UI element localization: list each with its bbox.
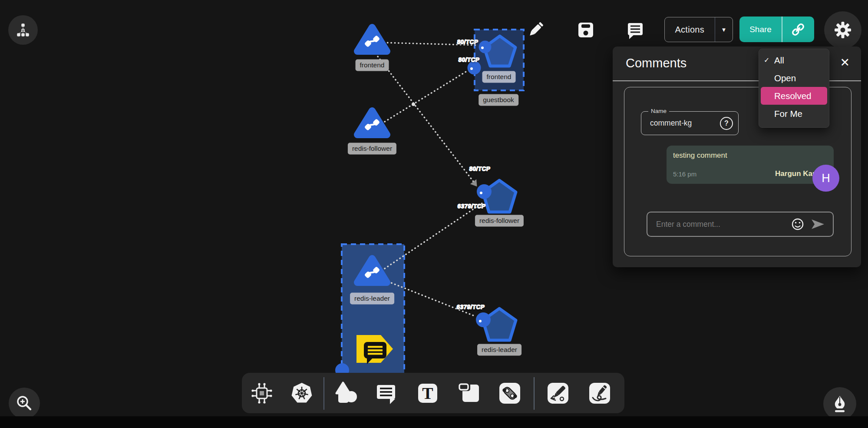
shapes-icon	[334, 381, 358, 405]
filter-option-for-me[interactable]: For Me	[759, 105, 829, 123]
port-circle[interactable]	[477, 184, 492, 199]
service-node-redis-follower[interactable]	[357, 111, 387, 135]
kubernetes-tool-button[interactable]	[290, 382, 314, 405]
node-label-guestbook-group[interactable]: guestbook	[479, 94, 518, 106]
send-icon[interactable]	[810, 218, 825, 231]
panel-title: Comments	[626, 56, 686, 70]
node-label-guestbook-pod[interactable]: frontend	[482, 71, 516, 83]
canvas-bottom-strip	[0, 416, 868, 428]
svg-text:T: T	[422, 384, 433, 402]
bottom-toolbar: T	[242, 373, 624, 413]
port-circle[interactable]	[479, 41, 492, 53]
node-label-redis-follower-service[interactable]: redis-follower	[348, 143, 396, 155]
comment-item[interactable]: testing comment 5:16 pm Hargun Kaur H	[667, 146, 834, 184]
port-circle[interactable]	[476, 312, 491, 327]
shapes-tool-button[interactable]	[334, 381, 358, 405]
port-circle[interactable]	[468, 61, 481, 75]
app-canvas: frontend frontend guestbook redis-follow…	[0, 0, 868, 428]
connector-tool-button[interactable]	[498, 382, 521, 405]
check-icon: ✓	[764, 56, 774, 64]
service-node-frontend[interactable]	[357, 27, 387, 51]
port-label: 80/TCP	[469, 166, 491, 172]
node-label-redis-follower-pod[interactable]: redis-follower	[475, 215, 524, 227]
filter-option-all[interactable]: ✓ All	[759, 51, 829, 69]
edge-frontend-redisfollower	[378, 56, 477, 186]
chain-link-icon	[498, 382, 521, 405]
node-label-frontend-service[interactable]: frontend	[356, 60, 389, 71]
note-icon	[458, 382, 481, 405]
comment-composer[interactable]	[647, 212, 834, 237]
toolbar-divider	[534, 377, 535, 410]
filter-option-resolved[interactable]: Resolved	[761, 87, 827, 105]
comments-filter-menu: ✓ All Open Resolved For Me	[759, 49, 829, 128]
chip-icon	[251, 382, 273, 405]
port-label: 80/TCP	[457, 39, 479, 45]
pen-tool-button[interactable]	[546, 382, 570, 405]
comment-timestamp: 5:16 pm	[673, 170, 696, 178]
edge-redisfollower-guestbook	[385, 70, 468, 122]
emoji-icon[interactable]	[791, 218, 804, 231]
port-label: 80/TCP	[458, 56, 480, 63]
help-icon[interactable]: ?	[720, 117, 733, 130]
edge-crossing-dot	[412, 103, 415, 106]
edge-redisleader-redisfollower	[385, 203, 482, 269]
toolbar-divider	[323, 377, 324, 410]
comment-tool-button[interactable]	[375, 382, 397, 404]
kubernetes-icon	[290, 382, 314, 405]
scribble-tool-button[interactable]	[588, 382, 611, 405]
close-icon[interactable]: ✕	[840, 57, 850, 69]
node-label-redis-leader-service[interactable]: redis-leader	[350, 293, 394, 305]
text-tool-button[interactable]: T	[416, 382, 439, 405]
comment-tool-icon	[375, 382, 397, 404]
avatar: H	[812, 165, 839, 192]
pod-node-redis-leader[interactable]	[476, 309, 516, 340]
port-label: 6379/TCP	[456, 304, 485, 310]
port-label: 6379/TCP	[457, 203, 486, 209]
pen-path-icon	[546, 382, 570, 405]
comment-text: testing comment	[673, 151, 727, 160]
node-label-redis-leader-pod[interactable]: redis-leader	[477, 344, 521, 356]
comment-input[interactable]	[647, 212, 791, 236]
name-field[interactable]: Name ?	[641, 111, 739, 135]
pencil-scribble-icon	[588, 382, 611, 405]
note-tool-button[interactable]	[458, 382, 481, 405]
filter-option-open[interactable]: Open	[759, 69, 829, 87]
text-tool-icon: T	[416, 382, 439, 405]
name-input[interactable]	[650, 112, 711, 135]
architecture-tool-button[interactable]	[251, 382, 273, 405]
